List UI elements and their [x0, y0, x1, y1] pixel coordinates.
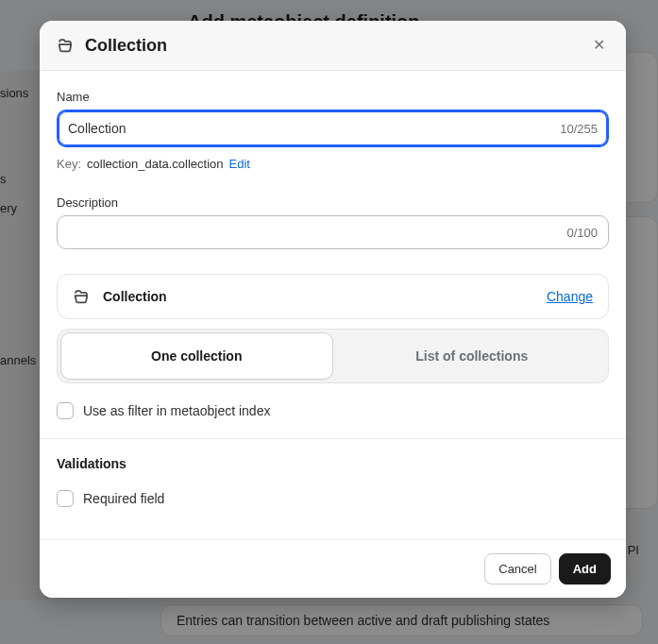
type-card: Collection Change — [57, 274, 609, 319]
edit-key-link[interactable]: Edit — [229, 157, 250, 171]
use-as-filter-label: Use as filter in metaobject index — [83, 403, 270, 418]
modal-title: Collection — [85, 36, 578, 56]
required-field-checkbox[interactable] — [57, 490, 74, 507]
validations-heading: Validations — [57, 456, 609, 471]
cardinality-segmented: One collection List of collections — [57, 329, 609, 383]
name-label: Name — [57, 90, 609, 104]
key-value: collection_data.collection — [87, 157, 224, 171]
cancel-button[interactable]: Cancel — [484, 553, 550, 585]
description-label: Description — [57, 195, 609, 210]
list-collections-tab[interactable]: List of collections — [336, 330, 608, 382]
change-type-link[interactable]: Change — [547, 289, 593, 304]
close-icon: ✕ — [593, 37, 605, 53]
modal-footer: Cancel Add — [40, 539, 626, 598]
collection-field-modal: Collection ✕ Name 10/255 Key: collection… — [40, 21, 626, 598]
collection-icon — [57, 37, 74, 54]
use-as-filter-checkbox[interactable] — [57, 402, 74, 419]
name-input[interactable] — [57, 110, 609, 147]
collection-icon — [73, 288, 90, 305]
key-prefix: Key: — [57, 157, 81, 171]
required-field-label: Required field — [83, 491, 164, 506]
type-name: Collection — [103, 289, 533, 304]
one-collection-tab[interactable]: One collection — [60, 332, 333, 380]
add-button[interactable]: Add — [559, 553, 611, 585]
modal-header: Collection ✕ — [40, 21, 626, 71]
close-button[interactable]: ✕ — [589, 34, 609, 57]
description-input[interactable] — [57, 215, 609, 249]
